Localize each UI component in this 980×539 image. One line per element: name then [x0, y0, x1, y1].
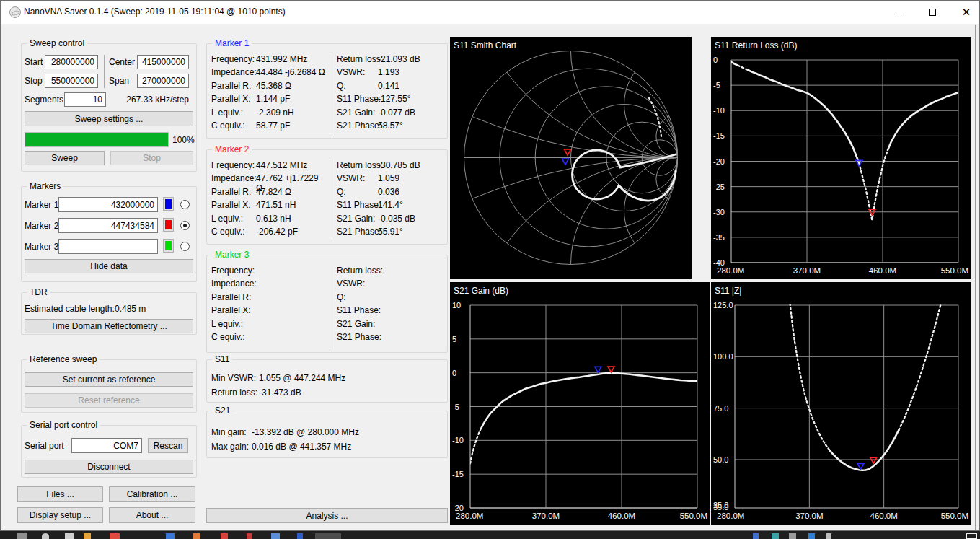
field-label: Frequency: [211, 160, 255, 170]
field-label: Return loss: [337, 54, 383, 64]
marker-2-color-button[interactable] [163, 218, 174, 232]
app-icon-1[interactable] [84, 533, 91, 539]
smith-chart[interactable]: S11 Smith Chart [450, 37, 692, 279]
marker-3-active-radio[interactable] [180, 242, 190, 251]
app-icon-7[interactable] [271, 533, 280, 539]
sweep-control-title: Sweep control [27, 38, 87, 48]
center-input[interactable] [137, 55, 189, 69]
s21-gain-chart[interactable]: 1050-5-10-15-20280.0M370.0M460.0M550.0MS… [450, 282, 710, 525]
x-tick-label: 280.0M [717, 266, 744, 275]
marker-3-frequency-input[interactable] [58, 239, 158, 254]
sweep-trace [899, 297, 943, 431]
analysis-button[interactable]: Analysis ... [206, 508, 448, 523]
disconnect-button[interactable]: Disconnect [25, 460, 193, 474]
field-value: 47.824 Ω [256, 187, 291, 197]
display-setup-button[interactable]: Display setup ... [17, 507, 103, 523]
about-button[interactable]: About ... [109, 507, 195, 523]
chart-marker-icon [608, 367, 614, 372]
field-value: 1.193 [378, 67, 399, 77]
tray-icon-2[interactable] [772, 533, 779, 539]
marker-1-active-radio[interactable] [180, 200, 190, 209]
app-icon-4[interactable] [193, 533, 200, 539]
close-button[interactable]: ✕ [950, 1, 980, 23]
start-input[interactable] [45, 55, 98, 69]
app-icon-3[interactable] [166, 533, 175, 539]
tdr-button[interactable]: Time Domain Reflectometry ... [25, 319, 193, 333]
marker-2-panel-title: Marker 2 [212, 144, 252, 154]
windows-start-icon[interactable] [17, 533, 27, 539]
marker-1-color-button[interactable] [163, 197, 174, 211]
search-icon[interactable] [42, 533, 49, 539]
return-loss-chart[interactable]: 0-5-10-15-20-25-30-35-40280.0M370.0M460.… [711, 37, 971, 279]
field-label: C equiv.: [211, 120, 244, 131]
marker-1-frequency-input[interactable] [58, 197, 158, 212]
sweep-settings-button[interactable]: Sweep settings ... [25, 111, 193, 126]
y-tick-label: -35 [713, 233, 725, 242]
y-tick-label: -30 [713, 208, 725, 216]
task-view-icon[interactable] [65, 533, 74, 539]
tray-icon-5[interactable] [826, 533, 831, 539]
field-label: C equiv.: [211, 332, 244, 342]
sweep-trace [481, 373, 697, 429]
x-tick-label: 550.0M [680, 512, 707, 520]
marker-2-data-panel: Marker 2Frequency:447.512 MHzImpedance:4… [206, 149, 448, 245]
app-icon-8[interactable] [297, 533, 303, 539]
span-input[interactable] [137, 74, 189, 88]
min-vswr-label: Min VSWR: [211, 373, 256, 383]
sweep-button[interactable]: Sweep [25, 151, 105, 165]
calibration-button[interactable]: Calibration ... [109, 486, 195, 502]
reset-reference-button[interactable]: Reset reference [25, 393, 193, 408]
field-value: 447.512 MHz [256, 160, 307, 170]
field-value: 1.144 pF [256, 94, 290, 104]
sweep-progress-bar [25, 132, 169, 147]
field-value: 45.368 Ω [256, 81, 291, 91]
segments-input[interactable] [64, 92, 106, 107]
field-label: Return loss: [337, 160, 383, 170]
x-tick-label: 370.0M [795, 512, 823, 520]
set-reference-button[interactable]: Set current as reference [25, 372, 193, 387]
y-tick-label: -15 [713, 131, 725, 140]
titlebar[interactable]: NanoVNA Saver 0.1.4 (Sweep: 2019-11-05 1… [1, 1, 979, 24]
field-value: -127.55° [378, 94, 411, 104]
panel-column-divider [330, 266, 330, 348]
marker-3-color-button[interactable] [163, 239, 174, 253]
field-label: VSWR: [337, 279, 365, 289]
field-value: 431.992 MHz [256, 54, 307, 64]
minimize-button[interactable] [882, 1, 915, 23]
sweep-trace [738, 66, 748, 70]
marker-2-frequency-input[interactable] [58, 218, 158, 233]
marker-3-data-panel: Marker 3Frequency:Impedance:Parallel R:P… [206, 255, 448, 353]
serial-port-input[interactable] [71, 438, 142, 453]
stop-button[interactable]: Stop [110, 151, 193, 165]
field-label: Q: [337, 81, 346, 91]
y-tick-label: 25.0 [713, 501, 728, 509]
show-desktop-button[interactable] [966, 533, 977, 539]
field-value: 0.613 nH [256, 214, 291, 224]
x-tick-label: 280.0M [717, 512, 744, 520]
app-icon-6[interactable] [247, 533, 252, 539]
rescan-button[interactable]: Rescan [148, 438, 188, 453]
maximize-button[interactable] [916, 1, 949, 23]
tray-icon-4[interactable] [808, 533, 815, 539]
cable-length-label: Estimated cable length: [25, 304, 115, 314]
field-label: L equiv.: [211, 108, 243, 118]
field-label: Parallel R: [211, 187, 251, 197]
serial-port-label: Serial port [25, 441, 64, 451]
active-app-button[interactable] [315, 533, 341, 539]
tray-icon-3[interactable] [789, 533, 796, 539]
min-vswr-value: 1.055 @ 447.244 MHz [259, 373, 345, 383]
hide-data-button[interactable]: Hide data [25, 259, 193, 273]
marker-1-panel-title: Marker 1 [212, 38, 252, 48]
tray-icon-1[interactable] [753, 533, 759, 539]
s11-z-chart[interactable]: 125.0100.075.050.035.025.0280.0M370.0M46… [711, 282, 971, 525]
field-label: VSWR: [337, 67, 365, 77]
taskbar[interactable] [0, 532, 980, 539]
field-label: Parallel R: [211, 81, 251, 91]
marker-2-active-radio[interactable] [180, 221, 190, 230]
s21-summary-group: S21 Min gain:-13.392 dB @ 280.000 MHz Ma… [206, 411, 448, 458]
app-icon-5[interactable] [221, 533, 228, 539]
stop-input[interactable] [45, 74, 98, 88]
app-icon-2[interactable] [110, 533, 120, 539]
files-button[interactable]: Files ... [17, 486, 103, 502]
field-label: S21 Gain: [337, 319, 375, 329]
